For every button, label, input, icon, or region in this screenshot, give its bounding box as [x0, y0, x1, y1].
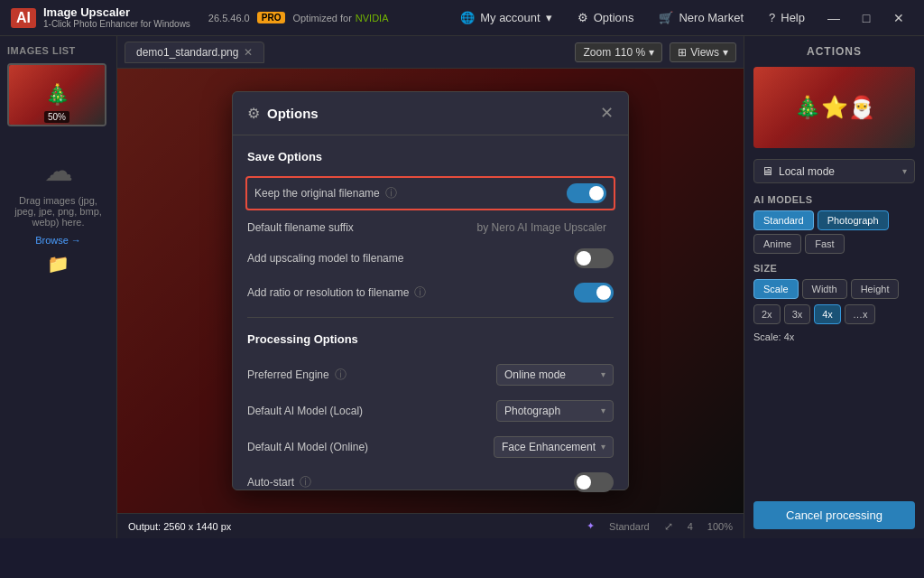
scale-3x-button[interactable]: 3x: [784, 304, 811, 324]
tab-close-icon[interactable]: ✕: [244, 46, 253, 59]
browse-link[interactable]: Browse →: [35, 235, 81, 246]
size-label: Size: [753, 263, 915, 274]
add-ratio-toggle[interactable]: [574, 283, 614, 303]
nvidia-logo: NVIDIA: [356, 13, 389, 23]
mode-icon: 🖥: [762, 164, 773, 178]
ai-model-buttons: Standard Photograph Anime Fast: [753, 210, 915, 254]
auto-start-help-icon[interactable]: ⓘ: [300, 474, 311, 490]
pct-value: 100%: [707, 521, 733, 532]
default-ai-local-dropdown[interactable]: Photograph ▾: [496, 400, 614, 422]
file-tab[interactable]: demo1_standard.png ✕: [125, 42, 264, 63]
actions-title: ACTIONS: [753, 45, 915, 58]
model-btn-anime[interactable]: Anime: [753, 234, 801, 254]
zoom-value: 110 %: [614, 46, 645, 59]
app-name-sub: 1-Click Photo Enhancer for Windows: [43, 19, 190, 30]
keep-filename-toggle[interactable]: [567, 183, 606, 203]
modal-body: Save Options Keep the original filename …: [233, 135, 628, 513]
model-btn-standard[interactable]: Standard: [753, 210, 814, 230]
thumbnail-item[interactable]: 🎄 50%: [7, 63, 106, 126]
auto-start-toggle[interactable]: [574, 472, 614, 492]
zoom-chevron-icon: ▾: [649, 46, 654, 59]
default-suffix-value: by Nero AI Image Upscaler: [477, 221, 606, 234]
cancel-processing-button[interactable]: Cancel processing: [753, 501, 915, 529]
folder-icon: 📁: [47, 253, 69, 275]
keep-filename-row: Keep the original filename ⓘ: [245, 176, 615, 210]
zoom-label: Zoom: [583, 46, 611, 59]
app-name-main: Image Upscaler: [43, 5, 190, 20]
count-value: 4: [688, 521, 693, 532]
thumbnail-percent: 50%: [44, 111, 69, 123]
tab-bar: demo1_standard.png ✕ Zoom 110 % ▾ ⊞ View…: [117, 36, 744, 69]
zoom-area: Zoom 110 % ▾ ⊞ Views ▾: [575, 42, 736, 62]
drop-area[interactable]: ☁ Drag images (jpg, jpeg, jpe, png, bmp,…: [7, 144, 109, 284]
size-tab-scale[interactable]: Scale: [753, 279, 799, 299]
pro-badge: PRO: [257, 12, 286, 23]
my-account-button[interactable]: 🌐 My account ▾: [449, 5, 562, 30]
account-chevron-icon: ▾: [546, 11, 552, 24]
model-btn-fast[interactable]: Fast: [805, 234, 844, 254]
output-label: Output: 2560 x 1440 px: [128, 521, 231, 532]
scale-info-label: Scale:: [753, 331, 781, 342]
zoom-button[interactable]: Zoom 110 % ▾: [575, 42, 662, 62]
ai-models-label: AI models: [753, 194, 915, 205]
preferred-engine-dropdown[interactable]: Online mode ▾: [496, 364, 614, 386]
nero-market-label: Nero Market: [679, 11, 744, 24]
options-icon: ⚙: [578, 11, 588, 24]
app-name: Image Upscaler 1-Click Photo Enhancer fo…: [43, 5, 190, 31]
help-icon: ?: [769, 11, 775, 24]
default-ai-online-row: Default AI Model (Online) Face Enhanceme…: [247, 429, 614, 465]
images-list-title: IMAGES LIST: [7, 45, 109, 56]
maximize-button[interactable]: □: [852, 5, 881, 31]
version-label: 26.5.46.0: [208, 13, 250, 23]
default-ai-online-value: Face Enhancement: [502, 441, 596, 453]
my-account-label: My account: [480, 11, 540, 24]
scale-value-buttons: 2x 3x 4x …x: [753, 304, 915, 324]
upload-icon: ☁: [44, 154, 73, 188]
title-bar: AI Image Upscaler 1-Click Photo Enhancer…: [0, 0, 924, 36]
nav-actions: 🌐 My account ▾ ⚙ Options 🛒 Nero Market ?…: [449, 5, 913, 31]
views-label: Views: [690, 46, 719, 59]
drop-text: Drag images (jpg, jpeg, jpe, png, bmp, w…: [11, 195, 106, 228]
scale-custom-button[interactable]: …x: [845, 304, 876, 324]
close-button[interactable]: ✕: [884, 5, 913, 31]
add-model-toggle[interactable]: [574, 248, 614, 268]
default-ai-local-chevron-icon: ▾: [601, 406, 605, 415]
size-tab-width[interactable]: Width: [802, 279, 847, 299]
size-tab-buttons: Scale Width Height: [753, 279, 915, 299]
default-suffix-row: Default filename suffix by Nero AI Image…: [247, 214, 614, 241]
scale-info: Scale: 4x: [753, 331, 915, 342]
size-section: Size Scale Width Height 2x 3x 4x …x Scal…: [753, 263, 915, 353]
scale-4x-button[interactable]: 4x: [814, 304, 841, 324]
add-ratio-help-icon[interactable]: ⓘ: [414, 284, 426, 301]
preferred-engine-help-icon[interactable]: ⓘ: [335, 367, 346, 383]
sidebar: IMAGES LIST 🎄 50% ☁ Drag images (jpg, jp…: [0, 36, 117, 538]
add-model-row: Add upscaling model to filename: [247, 241, 614, 275]
default-ai-local-row: Default AI Model (Local) Photograph ▾: [247, 393, 614, 429]
scale-2x-button[interactable]: 2x: [753, 304, 781, 324]
size-tab-height[interactable]: Height: [851, 279, 900, 299]
help-button[interactable]: ? Help: [758, 5, 816, 30]
options-modal: ⚙ Options ✕ Save Options Keep the origin…: [232, 91, 629, 491]
add-ratio-slider: [574, 283, 614, 303]
default-ai-online-label: Default AI Model (Online): [247, 441, 494, 453]
modal-close-button[interactable]: ✕: [600, 105, 614, 121]
model-btn-photograph[interactable]: Photograph: [818, 210, 889, 230]
auto-start-row: Auto-start ⓘ: [247, 465, 614, 499]
logo-icon: AI: [11, 8, 36, 28]
options-button[interactable]: ⚙ Options: [567, 5, 645, 30]
resize-icon: ⤢: [664, 520, 673, 533]
auto-start-slider: [574, 472, 614, 492]
status-right: ✦ Standard ⤢ 4 100%: [587, 520, 733, 533]
add-model-label: Add upscaling model to filename: [247, 252, 574, 265]
minimize-button[interactable]: —: [819, 5, 848, 31]
processing-options-title: Processing Options: [247, 332, 614, 346]
mode-selector[interactable]: 🖥 Local mode ▾: [753, 159, 915, 183]
nero-market-button[interactable]: 🛒 Nero Market: [648, 5, 754, 30]
content-area: demo1_standard.png ✕ Zoom 110 % ▾ ⊞ View…: [117, 36, 744, 538]
default-suffix-label: Default filename suffix: [247, 221, 477, 234]
output-value: 2560 x 1440 px: [163, 521, 231, 532]
default-ai-online-dropdown[interactable]: Face Enhancement ▾: [494, 436, 614, 458]
views-button[interactable]: ⊞ Views ▾: [670, 42, 736, 62]
preferred-engine-row: Preferred Engine ⓘ Online mode ▾: [247, 357, 614, 393]
keep-filename-help-icon[interactable]: ⓘ: [385, 185, 397, 201]
